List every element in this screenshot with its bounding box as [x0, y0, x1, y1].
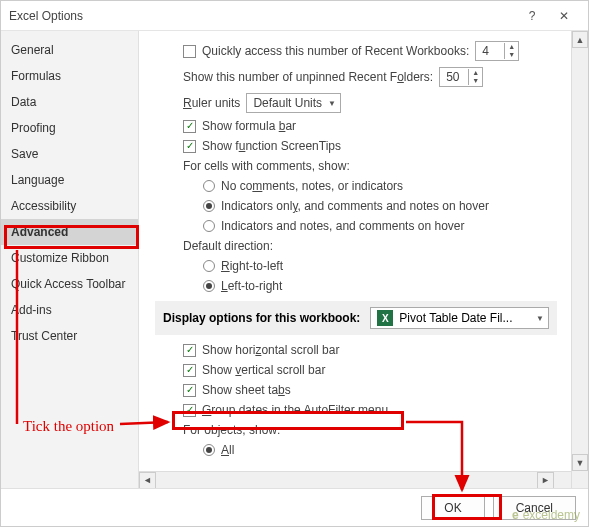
- comments-indicators-notes-label: Indicators and notes, and comments on ho…: [221, 219, 464, 233]
- excel-icon: X: [377, 310, 393, 326]
- show-h-scroll-label: Show horizontal scroll bar: [202, 343, 339, 357]
- sidebar-item-data[interactable]: Data: [1, 89, 138, 115]
- default-direction-head: Default direction:: [183, 239, 273, 253]
- show-formula-bar-label: Show formula bar: [202, 119, 296, 133]
- close-button[interactable]: ✕: [548, 2, 580, 30]
- group-dates-label: Group dates in the AutoFilter menu: [202, 403, 388, 417]
- options-panel: Quickly access this number of Recent Wor…: [139, 31, 571, 488]
- comments-indicators-notes-radio[interactable]: [203, 220, 215, 232]
- ok-button[interactable]: OK: [421, 496, 484, 520]
- comments-head-label: For cells with comments, show:: [183, 159, 350, 173]
- spin-down-icon[interactable]: ▼: [505, 51, 518, 59]
- scroll-left-arrow[interactable]: ◄: [139, 472, 156, 489]
- sidebar-item-proofing[interactable]: Proofing: [1, 115, 138, 141]
- quick-access-recent-spinbox[interactable]: 4 ▲▼: [475, 41, 519, 61]
- comments-indicators-hover-radio[interactable]: [203, 200, 215, 212]
- objects-all-radio[interactable]: [203, 444, 215, 456]
- comments-none-label: No comments, notes, or indicators: [221, 179, 403, 193]
- sidebar-item-quick-access-toolbar[interactable]: Quick Access Toolbar: [1, 271, 138, 297]
- chevron-down-icon: ▼: [328, 99, 336, 108]
- spin-down-icon[interactable]: ▼: [469, 77, 482, 85]
- quick-access-recent-value: 4: [476, 42, 504, 60]
- unpinned-folders-value: 50: [440, 68, 468, 86]
- vertical-scrollbar[interactable]: ▲ ▼: [571, 31, 588, 488]
- direction-ltr-radio[interactable]: [203, 280, 215, 292]
- sidebar-item-accessibility[interactable]: Accessibility: [1, 193, 138, 219]
- group-dates-checkbox[interactable]: [183, 404, 196, 417]
- for-objects-head: For objects, show:: [183, 423, 280, 437]
- comments-indicators-hover-label: Indicators only, and comments and notes …: [221, 199, 489, 213]
- show-formula-bar-checkbox[interactable]: [183, 120, 196, 133]
- show-sheet-tabs-checkbox[interactable]: [183, 384, 196, 397]
- unpinned-folders-label: Show this number of unpinned Recent Fold…: [183, 70, 433, 84]
- ruler-units-dropdown[interactable]: Default Units ▼: [246, 93, 341, 113]
- sidebar-item-customize-ribbon[interactable]: Customize Ribbon: [1, 245, 138, 271]
- display-workbook-section: Display options for this workbook: X Piv…: [155, 301, 557, 335]
- sidebar-item-language[interactable]: Language: [1, 167, 138, 193]
- unpinned-folders-spinbox[interactable]: 50 ▲▼: [439, 67, 483, 87]
- sidebar-item-advanced[interactable]: Advanced: [1, 219, 138, 245]
- help-button[interactable]: ?: [516, 2, 548, 30]
- direction-ltr-label: Left-to-right: [221, 279, 282, 293]
- dialog-title: Excel Options: [9, 9, 516, 23]
- direction-rtl-radio[interactable]: [203, 260, 215, 272]
- show-v-scroll-label: Show vertical scroll bar: [202, 363, 325, 377]
- sidebar-item-add-ins[interactable]: Add-ins: [1, 297, 138, 323]
- show-v-scroll-checkbox[interactable]: [183, 364, 196, 377]
- cancel-button[interactable]: Cancel: [493, 496, 576, 520]
- spin-up-icon[interactable]: ▲: [469, 69, 482, 77]
- chevron-down-icon: ▼: [536, 314, 544, 323]
- direction-rtl-label: Right-to-left: [221, 259, 283, 273]
- quick-access-recent-checkbox[interactable]: [183, 45, 196, 58]
- show-h-scroll-checkbox[interactable]: [183, 344, 196, 357]
- show-screentips-checkbox[interactable]: [183, 140, 196, 153]
- show-sheet-tabs-label: Show sheet tabs: [202, 383, 291, 397]
- sidebar-item-trust-center[interactable]: Trust Center: [1, 323, 138, 349]
- scroll-right-arrow[interactable]: ►: [537, 472, 554, 489]
- sidebar-item-save[interactable]: Save: [1, 141, 138, 167]
- spin-up-icon[interactable]: ▲: [505, 43, 518, 51]
- scroll-down-arrow[interactable]: ▼: [572, 454, 588, 471]
- ruler-units-label: Ruler units: [183, 96, 240, 110]
- ruler-units-value: Default Units: [253, 96, 322, 110]
- scroll-up-arrow[interactable]: ▲: [572, 31, 588, 48]
- sidebar: General Formulas Data Proofing Save Lang…: [1, 31, 139, 488]
- workbook-dropdown[interactable]: X Pivot Table Date Fil... ▼: [370, 307, 549, 329]
- sidebar-item-formulas[interactable]: Formulas: [1, 63, 138, 89]
- objects-all-label: All: [221, 443, 234, 457]
- display-workbook-label: Display options for this workbook:: [163, 311, 360, 325]
- quick-access-recent-label: Quickly access this number of Recent Wor…: [202, 44, 469, 58]
- comments-none-radio[interactable]: [203, 180, 215, 192]
- workbook-name: Pivot Table Date Fil...: [399, 311, 512, 325]
- horizontal-scrollbar[interactable]: ◄ ►: [139, 471, 571, 488]
- show-screentips-label: Show function ScreenTips: [202, 139, 341, 153]
- sidebar-item-general[interactable]: General: [1, 37, 138, 63]
